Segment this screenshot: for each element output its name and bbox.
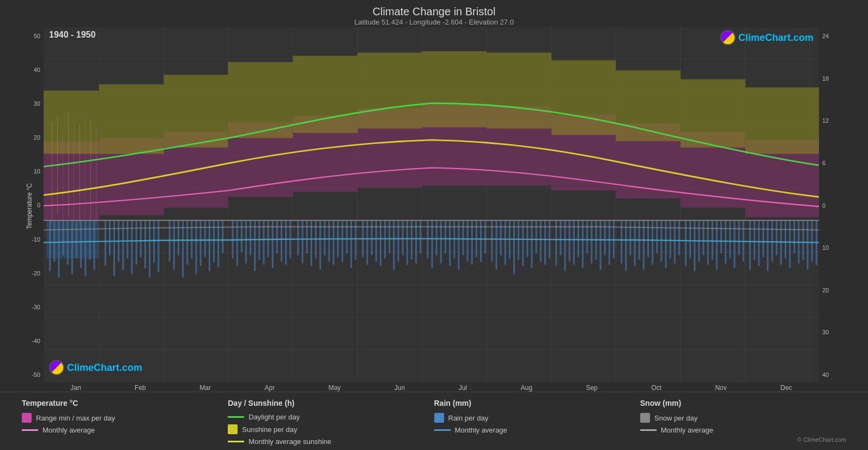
r-tick-10: 10	[819, 244, 863, 251]
svg-rect-134	[564, 220, 566, 271]
svg-rect-55	[196, 220, 197, 274]
svg-rect-210	[551, 60, 616, 135]
svg-rect-175	[754, 220, 755, 260]
svg-rect-30	[71, 220, 73, 274]
month-oct: Oct	[651, 384, 661, 392]
chart-header: Climate Change in Bristol Latitude 51.42…	[0, 0, 868, 27]
svg-rect-166	[712, 220, 713, 260]
legend-swatch-snow-avg	[640, 429, 657, 431]
r-tick-6: 6	[819, 160, 863, 166]
r-tick-20: 20	[819, 287, 863, 293]
y-tick-30: 30	[5, 100, 44, 107]
svg-rect-143	[604, 220, 606, 255]
svg-rect-182	[785, 220, 786, 259]
y-axis-left: 50 40 30 20 10 0 -10 -20 -30 -40 -50	[5, 27, 44, 392]
legend-temp-avg-label: Monthly average	[43, 426, 95, 434]
svg-rect-25	[49, 220, 51, 271]
legend-rain-per-day-label: Rain per day	[448, 414, 489, 422]
logo-text-top: ClimeChart.com	[738, 32, 814, 44]
chart-main: 1940 - 1950 ClimeChart.com ClimeChart.co…	[44, 27, 819, 392]
month-jun: Jun	[394, 384, 405, 392]
svg-rect-133	[560, 220, 561, 255]
svg-rect-148	[629, 220, 631, 255]
logo-icon-bottom	[49, 360, 64, 375]
month-sep: Sep	[586, 384, 597, 392]
svg-rect-97	[393, 220, 394, 270]
month-jan: Jan	[70, 384, 81, 392]
svg-rect-213	[745, 87, 819, 154]
y-tick-n20: -20	[5, 270, 44, 277]
svg-rect-183	[789, 220, 791, 268]
svg-rect-71	[272, 220, 274, 268]
svg-rect-184	[793, 220, 795, 253]
svg-rect-160	[685, 220, 687, 266]
svg-rect-67	[254, 220, 256, 271]
svg-rect-186	[803, 220, 804, 260]
svg-rect-57	[204, 220, 206, 257]
svg-rect-82	[324, 220, 325, 255]
svg-rect-92	[371, 220, 373, 255]
y-tick-n50: -50	[5, 371, 44, 378]
chart-svg-container	[44, 27, 819, 382]
legend-sunshine-per-day-label: Sunshine per day	[242, 425, 297, 434]
svg-rect-78	[306, 220, 308, 253]
legend-rain-per-day: Rain per day	[434, 413, 640, 423]
svg-rect-81	[319, 220, 321, 270]
chart-subtitle: Latitude 51.424 - Longitude -2.604 - Ele…	[0, 18, 868, 26]
r-tick-18: 18	[819, 75, 863, 82]
svg-rect-209	[487, 52, 551, 128]
svg-rect-168	[720, 220, 722, 253]
svg-rect-109	[449, 220, 451, 266]
main-container: Climate Change in Bristol Latitude 51.42…	[0, 0, 868, 450]
legend-daylight: Daylight per day	[228, 413, 434, 421]
chart-title: Climate Change in Bristol	[0, 5, 868, 18]
svg-rect-79	[311, 220, 312, 266]
r-tick-12: 12	[819, 117, 863, 124]
legend-sunshine-per-day: Sunshine per day	[228, 424, 434, 434]
legend-snow-per-day: Snow per day	[640, 413, 846, 423]
svg-rect-94	[380, 220, 381, 266]
legend-temp-range-label: Range min / max per day	[36, 414, 115, 422]
svg-rect-76	[298, 220, 299, 255]
svg-rect-204	[164, 75, 228, 147]
legend-temp-range: Range min / max per day	[22, 413, 228, 423]
svg-rect-142	[599, 220, 601, 270]
legend-temp-avg: Monthly average	[22, 426, 228, 434]
svg-rect-154	[656, 220, 658, 253]
svg-rect-128	[536, 220, 537, 253]
legend-swatch-sunshine-avg	[228, 441, 244, 442]
month-may: May	[329, 384, 341, 392]
svg-rect-37	[109, 220, 111, 255]
svg-rect-174	[749, 220, 751, 270]
legend-swatch-temp-avg	[22, 429, 38, 431]
svg-rect-206	[293, 56, 357, 133]
svg-rect-178	[767, 220, 768, 271]
legend-container: Temperature °C Range min / max per day M…	[0, 392, 868, 450]
svg-rect-117	[484, 220, 486, 253]
svg-rect-207	[357, 52, 422, 128]
svg-rect-188	[811, 220, 813, 261]
legend-rain-avg: Monthly average	[434, 426, 640, 434]
legend-snow-per-day-label: Snow per day	[654, 414, 698, 422]
svg-rect-106	[436, 220, 438, 255]
svg-rect-96	[389, 220, 390, 253]
svg-rect-137	[578, 220, 579, 257]
legend-swatch-sunshine	[228, 424, 238, 434]
svg-rect-27	[58, 220, 59, 277]
copyright-label: © ClimeChart.com	[797, 436, 846, 443]
svg-rect-171	[733, 220, 735, 268]
month-dec: Dec	[780, 384, 792, 392]
svg-rect-212	[681, 79, 745, 147]
svg-rect-120	[500, 220, 502, 255]
svg-rect-208	[422, 51, 487, 127]
legend-temp-title: Temperature °C	[22, 399, 228, 407]
y-tick-n10: -10	[5, 236, 44, 243]
legend-snow-title: Snow (mm)	[640, 399, 846, 407]
svg-rect-179	[772, 220, 773, 261]
chart-area-wrapper: 50 40 30 20 10 0 -10 -20 -30 -40 -50 194…	[0, 27, 868, 392]
legend-sunshine-avg: Monthly average sunshine	[228, 437, 434, 446]
svg-rect-36	[105, 220, 106, 266]
svg-rect-123	[513, 220, 515, 274]
legend-swatch-rain	[434, 413, 444, 423]
svg-rect-88	[350, 220, 352, 268]
